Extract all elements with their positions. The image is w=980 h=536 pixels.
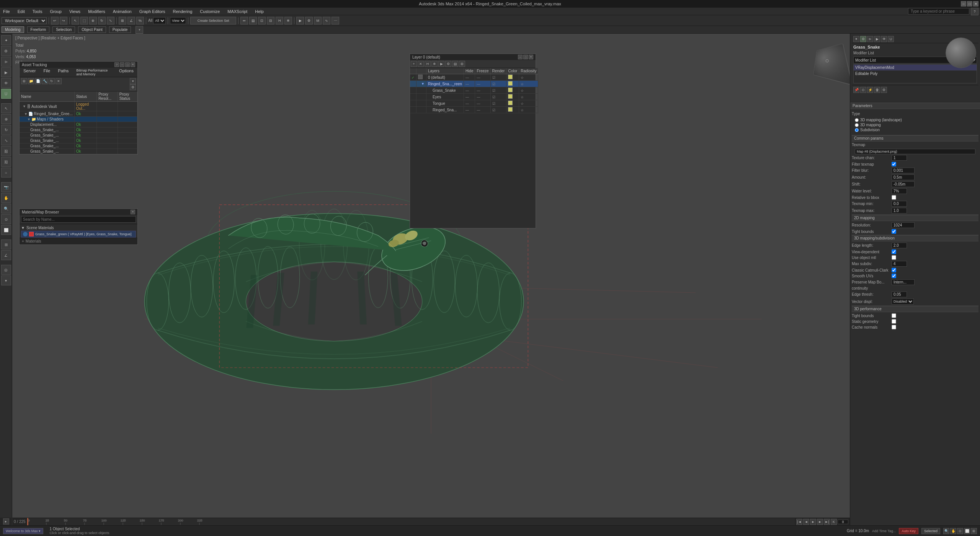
- orbit-tool[interactable]: ⊙: [1, 214, 11, 224]
- vector-displ-select[interactable]: Disabled: [892, 298, 914, 305]
- layer-render-4[interactable]: ☑: [490, 100, 506, 107]
- layer-hide-3[interactable]: —: [464, 94, 475, 100]
- texmap-button[interactable]: Map #8 (Displacment.png): [855, 149, 975, 154]
- zoom-tool[interactable]: 🔍: [1, 204, 11, 213]
- menu-views[interactable]: Views: [68, 9, 82, 14]
- layer-color-5[interactable]: [506, 107, 519, 113]
- layer-expand-1[interactable]: ▼: [421, 82, 425, 86]
- ungroup-button[interactable]: ⊟: [267, 17, 274, 24]
- nav-pan-btn[interactable]: ✋: [950, 528, 956, 534]
- pan-tool[interactable]: ✋: [1, 193, 11, 203]
- render-setup-button[interactable]: ⚙: [305, 17, 313, 24]
- asset-toolbar-btn5[interactable]: ↻: [49, 78, 55, 84]
- menu-file[interactable]: File: [2, 9, 11, 14]
- select-tool[interactable]: ↖: [1, 103, 11, 113]
- layer-name-4[interactable]: Tongue: [426, 100, 464, 107]
- help-button[interactable]: ?: [971, 8, 978, 15]
- menu-rendering[interactable]: Rendering: [172, 9, 194, 14]
- view-dependent-checkbox[interactable]: [892, 249, 896, 254]
- layer-hide-all-btn[interactable]: H: [425, 61, 431, 67]
- layer-dropdown[interactable]: All: [153, 17, 166, 24]
- rp-motion-btn[interactable]: ▶: [874, 36, 880, 42]
- auto-key-button[interactable]: Auto Key: [899, 528, 918, 534]
- type-radio-3d[interactable]: [855, 123, 859, 127]
- selection-filter[interactable]: ▾: [1, 275, 11, 285]
- shift-input[interactable]: [892, 181, 915, 187]
- max-subdiv-input[interactable]: [892, 261, 907, 267]
- edge-thresh-input[interactable]: [892, 292, 907, 297]
- layer-render-5[interactable]: ☑: [490, 107, 506, 113]
- select-button[interactable]: ↖: [72, 17, 79, 24]
- layer-hide-1[interactable]: —: [464, 81, 475, 87]
- menu-modifiers[interactable]: Modifiers: [87, 9, 107, 14]
- layer-delete-btn[interactable]: ✕: [418, 61, 424, 67]
- group-button[interactable]: ⊡: [258, 17, 266, 24]
- undo-button[interactable]: ↩: [51, 17, 59, 24]
- tight-bounds-checkbox[interactable]: [892, 229, 896, 234]
- use-object-mtl-checkbox[interactable]: [892, 255, 896, 260]
- asset-menu-file[interactable]: File: [42, 68, 52, 76]
- expand-icon-3[interactable]: ▼: [27, 117, 31, 121]
- menu-customize[interactable]: Customize: [198, 9, 221, 14]
- percent-snap-button[interactable]: %: [136, 17, 144, 24]
- texmap-max-input[interactable]: [892, 208, 907, 213]
- layer-minimize-btn[interactable]: ─: [518, 55, 523, 59]
- goto-end-btn[interactable]: ►|: [824, 519, 830, 525]
- layer-name-1[interactable]: Ringed_Sna..._reen: [426, 81, 464, 87]
- hide-button[interactable]: H: [276, 17, 283, 24]
- remove-modifier-btn[interactable]: 🗑: [874, 87, 880, 93]
- col-hide[interactable]: Hide: [464, 68, 475, 74]
- layer-render-1[interactable]: ☑: [490, 81, 506, 87]
- layer-hide-5[interactable]: —: [464, 107, 475, 113]
- layer-render-0[interactable]: ☑: [490, 74, 506, 81]
- layer-name-2[interactable]: Grass_Snake: [426, 87, 464, 94]
- col-radiosity[interactable]: Radiosity: [519, 68, 538, 74]
- static-geometry-checkbox[interactable]: [892, 319, 896, 324]
- material-search-input[interactable]: [21, 216, 136, 223]
- object-paint-tab[interactable]: Object Paint: [78, 26, 106, 33]
- asset-menu-bitmap[interactable]: Bitmap Performance and Memory: [75, 68, 113, 76]
- menu-group[interactable]: Group: [48, 9, 63, 14]
- layer-render-3[interactable]: ☑: [490, 94, 506, 100]
- modify-panel-btn[interactable]: ⚙: [1, 46, 11, 56]
- layer-extra-btn1[interactable]: ▤: [452, 61, 458, 67]
- material-editor-button[interactable]: M: [314, 17, 322, 24]
- freeze-button[interactable]: ❄: [284, 17, 292, 24]
- layer-maximize-btn[interactable]: □: [523, 55, 528, 59]
- minimize-button[interactable]: ─: [961, 1, 966, 7]
- asset-toolbar-btn1[interactable]: ⊞: [21, 78, 27, 84]
- modeling-tab[interactable]: Modeling: [2, 26, 24, 33]
- layer-extra-btn2[interactable]: ⊞: [459, 61, 465, 67]
- layer-hide-4[interactable]: —: [464, 100, 475, 107]
- rp-create-btn[interactable]: ✦: [853, 36, 859, 42]
- display-panel-btn[interactable]: 👁: [1, 78, 11, 88]
- layer-freeze-all-btn[interactable]: ❄: [431, 61, 438, 67]
- col-proxy-status[interactable]: Proxy Status: [118, 91, 137, 102]
- material-footer-icon[interactable]: +: [22, 239, 24, 243]
- polygon-modeling-expand[interactable]: +: [136, 26, 143, 34]
- menu-maxscript[interactable]: MAXScript: [226, 9, 249, 14]
- maximize-button[interactable]: □: [967, 1, 972, 7]
- layer-color-2[interactable]: [506, 87, 519, 94]
- col-proxy[interactable]: Proxy Resol...: [97, 91, 118, 102]
- amount-input[interactable]: [892, 174, 915, 180]
- nav-zoom-btn[interactable]: 🔍: [943, 528, 949, 534]
- freeform-tab[interactable]: Freeform: [27, 26, 50, 33]
- welcome-button[interactable]: Welcome to 3ds Max ▾: [3, 528, 43, 534]
- layer-freeze-1[interactable]: —: [475, 81, 490, 87]
- asset-help-btn[interactable]: ?: [114, 62, 119, 67]
- play-btn[interactable]: ►: [810, 519, 816, 525]
- rotate-tool[interactable]: ↻: [1, 125, 11, 135]
- layer-radiosity-1[interactable]: ☆: [519, 81, 538, 87]
- rp-hierarchy-btn[interactable]: ⊳: [867, 36, 873, 42]
- bind-tool[interactable]: ○: [1, 168, 11, 178]
- snap-button[interactable]: ⊞: [119, 17, 126, 24]
- min-max-tool[interactable]: ⬜: [1, 225, 11, 235]
- tight-bounds2-checkbox[interactable]: [892, 313, 896, 318]
- resolution-input[interactable]: [892, 222, 915, 228]
- frame-input[interactable]: [838, 520, 848, 524]
- filter-blur-input[interactable]: [892, 168, 915, 173]
- snap-2d-tool[interactable]: ⊞: [1, 239, 11, 249]
- layer-freeze-2[interactable]: —: [475, 87, 490, 94]
- scale-button[interactable]: ⤡: [107, 17, 114, 24]
